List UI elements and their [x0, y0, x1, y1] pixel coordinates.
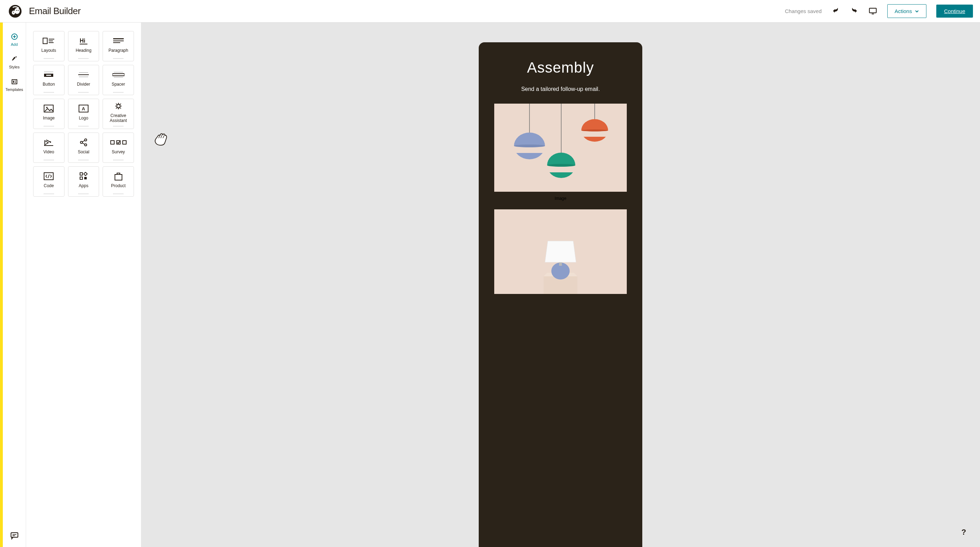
- drag-handle-icon: [78, 194, 89, 194]
- button-icon: [43, 70, 55, 80]
- spacer-icon: [113, 70, 124, 80]
- svg-line-43: [82, 143, 84, 144]
- brand-strip: [0, 22, 3, 547]
- block-product[interactable]: Product: [103, 166, 134, 197]
- drag-handle-icon: [44, 126, 54, 127]
- drag-handle-icon: [113, 92, 123, 93]
- svg-rect-48: [80, 173, 83, 175]
- block-label: Social: [78, 149, 89, 154]
- rail-styles-label: Styles: [9, 65, 20, 69]
- email-title: Assembly: [479, 59, 642, 76]
- save-status: Changes saved: [785, 8, 822, 14]
- code-icon: [43, 171, 54, 181]
- rail-add[interactable]: Add: [3, 29, 26, 51]
- divider-icon: [78, 70, 89, 80]
- drag-handle-icon: [44, 160, 54, 161]
- block-label: Image: [43, 116, 55, 121]
- svg-rect-9: [15, 56, 17, 57]
- block-divider[interactable]: Divider: [68, 65, 99, 95]
- redo-button[interactable]: [850, 7, 858, 16]
- block-button[interactable]: Button: [33, 65, 65, 95]
- drag-handle-icon: [44, 194, 54, 194]
- block-label: Creative Assistant: [110, 113, 127, 123]
- svg-point-3: [16, 10, 17, 10]
- svg-rect-10: [12, 80, 17, 84]
- svg-rect-45: [117, 141, 120, 144]
- block-label: Layouts: [41, 48, 56, 53]
- rail-templates-label: Templates: [5, 87, 23, 92]
- paragraph-icon: [113, 36, 124, 46]
- svg-rect-51: [84, 177, 87, 180]
- svg-rect-52: [115, 175, 122, 180]
- block-apps[interactable]: Apps: [68, 166, 99, 197]
- drag-handle-icon: [44, 58, 54, 59]
- actions-dropdown[interactable]: Actions: [887, 4, 926, 18]
- block-image[interactable]: Image: [33, 99, 65, 129]
- svg-rect-49: [84, 172, 88, 175]
- block-survey[interactable]: Survey: [103, 132, 134, 163]
- block-label: Logo: [79, 116, 89, 121]
- block-label: Code: [44, 183, 54, 188]
- svg-point-61: [547, 164, 575, 167]
- feedback-button[interactable]: [10, 531, 19, 540]
- help-button[interactable]: ?: [958, 526, 970, 539]
- svg-point-4: [18, 10, 18, 10]
- rail-templates[interactable]: Templates: [3, 74, 26, 97]
- video-icon: [43, 137, 54, 147]
- block-layouts[interactable]: Layouts: [33, 31, 65, 61]
- svg-rect-15: [43, 38, 47, 44]
- continue-button[interactable]: Continue: [936, 5, 973, 17]
- block-label: Button: [43, 82, 55, 87]
- drag-handle-icon: [78, 58, 89, 59]
- drag-handle-icon: [44, 92, 54, 93]
- block-heading[interactable]: HiHeading: [68, 31, 99, 61]
- rail-styles[interactable]: Styles: [3, 51, 26, 74]
- svg-rect-44: [111, 141, 114, 144]
- block-label: Product: [111, 183, 126, 188]
- svg-rect-50: [80, 177, 83, 180]
- drag-handle-icon: [78, 92, 89, 93]
- block-label: Paragraph: [108, 48, 128, 53]
- block-label: Spacer: [112, 82, 125, 87]
- svg-point-37: [50, 142, 51, 143]
- layouts-icon: [42, 36, 55, 46]
- block-video[interactable]: Video: [33, 132, 65, 163]
- canvas[interactable]: Assembly Send a tailored follow-up email…: [141, 22, 980, 547]
- drag-handle-icon: [113, 126, 123, 127]
- svg-rect-12: [15, 81, 16, 81]
- left-rail: Add Styles Templates: [3, 22, 26, 547]
- heading-icon: Hi: [78, 36, 89, 46]
- preview-device-button[interactable]: [868, 7, 877, 16]
- block-label: Survey: [112, 149, 125, 154]
- block-code[interactable]: Code: [33, 166, 65, 197]
- block-label: Heading: [76, 48, 92, 53]
- svg-rect-6: [869, 8, 877, 13]
- drag-handle-icon: [113, 160, 123, 161]
- page-title: Email Builder: [29, 6, 81, 17]
- email-image-1[interactable]: [494, 103, 627, 192]
- block-paragraph[interactable]: Paragraph: [103, 31, 134, 61]
- svg-rect-14: [11, 533, 18, 537]
- rail-add-label: Add: [11, 42, 18, 46]
- image-icon: [43, 103, 54, 113]
- email-image-2[interactable]: [494, 209, 627, 294]
- block-logo[interactable]: ALogo: [68, 99, 99, 129]
- svg-rect-26: [46, 75, 51, 76]
- email-preview[interactable]: Assembly Send a tailored follow-up email…: [479, 42, 642, 547]
- block-social[interactable]: Social: [68, 132, 99, 163]
- templates-icon: [11, 78, 18, 85]
- drag-handle-icon: [78, 126, 89, 127]
- mailchimp-logo: [8, 5, 22, 18]
- product-icon: [114, 171, 123, 181]
- block-label: Divider: [77, 82, 90, 87]
- block-label: Apps: [79, 183, 88, 188]
- svg-text:Hi: Hi: [80, 38, 85, 44]
- svg-text:A: A: [82, 106, 85, 111]
- cursor-hand-icon: [152, 131, 169, 148]
- block-creative[interactable]: Creative Assistant: [103, 99, 134, 129]
- styles-icon: [11, 56, 18, 63]
- app-header: Email Builder Changes saved Actions Cont…: [0, 0, 980, 22]
- svg-point-65: [581, 129, 608, 132]
- block-spacer[interactable]: Spacer: [103, 65, 134, 95]
- undo-button[interactable]: [832, 7, 840, 16]
